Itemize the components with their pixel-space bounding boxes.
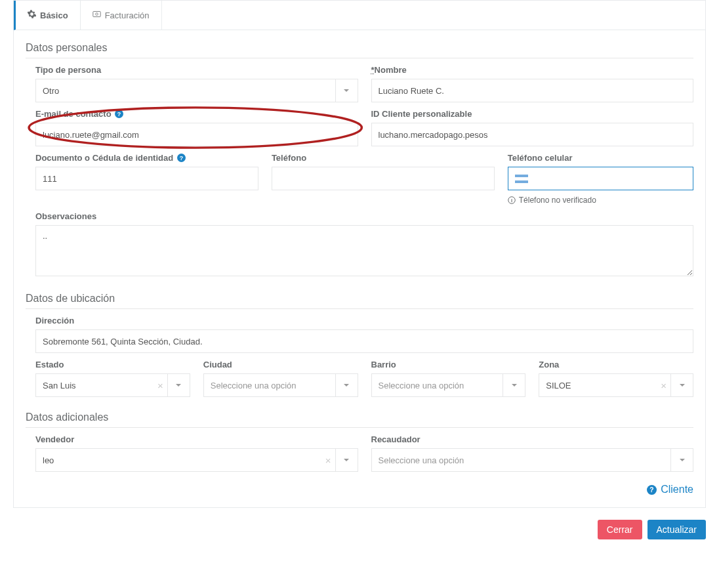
- observations-label: Observaciones: [35, 211, 693, 221]
- observations-textarea[interactable]: [35, 225, 693, 276]
- address-input[interactable]: [35, 329, 693, 353]
- footer-actions: Cerrar Actualizar: [0, 520, 719, 553]
- address-label: Dirección: [35, 316, 693, 326]
- svg-rect-0: [92, 11, 100, 16]
- name-input[interactable]: [371, 79, 694, 102]
- help-icon: ?: [647, 485, 657, 495]
- update-button[interactable]: Actualizar: [647, 520, 706, 539]
- section-additional-title: Datos adicionales: [26, 411, 693, 428]
- client-link[interactable]: ? Cliente: [26, 484, 693, 495]
- tab-billing-label: Facturación: [105, 10, 150, 20]
- person-type-value: Otro: [43, 86, 335, 96]
- state-label: Estado: [35, 360, 190, 369]
- chevron-down-icon: [167, 374, 190, 396]
- billing-icon: [92, 10, 101, 20]
- help-icon[interactable]: ?: [115, 110, 123, 118]
- client-id-input[interactable]: [371, 123, 694, 146]
- phone-label: Teléfono: [272, 153, 495, 163]
- zone-label: Zona: [539, 360, 693, 369]
- svg-text:i: i: [511, 198, 512, 203]
- collector-select[interactable]: Seleccione una opción: [371, 448, 694, 472]
- svg-text:?: ?: [180, 155, 183, 161]
- chevron-down-icon: [335, 79, 358, 102]
- tabs: Básico Facturación: [14, 1, 705, 30]
- seller-label: Vendedor: [35, 434, 358, 444]
- svg-text:?: ?: [650, 486, 654, 494]
- city-select[interactable]: Seleccione una opción: [203, 373, 358, 397]
- phone-status: i Télefono no verificado: [508, 196, 693, 205]
- chevron-down-icon: [503, 374, 525, 396]
- document-label: Documento o Cédula de identidad ?: [35, 153, 258, 163]
- tab-basic[interactable]: Básico: [16, 1, 81, 30]
- email-label: E-mail de contacto ?: [35, 109, 358, 119]
- cellphone-input-wrapper: [508, 167, 693, 190]
- clear-icon[interactable]: ×: [321, 455, 335, 466]
- collector-placeholder: Seleccione una opción: [379, 455, 671, 465]
- state-value: San Luis: [43, 381, 154, 390]
- city-placeholder: Seleccione una opción: [211, 381, 335, 390]
- gear-icon: [28, 10, 36, 20]
- email-input[interactable]: [35, 123, 358, 146]
- clear-icon[interactable]: ×: [657, 380, 670, 391]
- tab-basic-label: Básico: [40, 10, 68, 20]
- neighborhood-select[interactable]: Seleccione una opción: [371, 373, 526, 397]
- collector-label: Recaudador: [371, 434, 694, 444]
- info-icon: i: [508, 196, 516, 204]
- close-button[interactable]: Cerrar: [598, 520, 642, 539]
- client-id-label: ID Cliente personalizable: [371, 109, 694, 119]
- form-body: Datos personales Tipo de persona Otro *N…: [14, 30, 705, 507]
- flag-icon[interactable]: [515, 175, 528, 183]
- city-label: Ciudad: [203, 360, 358, 369]
- section-personal-title: Datos personales: [26, 42, 693, 58]
- svg-text:?: ?: [117, 111, 121, 117]
- document-input[interactable]: [35, 167, 258, 190]
- help-icon[interactable]: ?: [177, 154, 186, 162]
- cellphone-input[interactable]: [528, 167, 693, 190]
- seller-value: leo: [43, 455, 321, 465]
- section-location-title: Datos de ubicación: [26, 293, 693, 309]
- phone-input[interactable]: [272, 167, 495, 190]
- name-label: *Nombre: [371, 65, 694, 75]
- tab-billing[interactable]: Facturación: [81, 1, 162, 30]
- zone-value: SILOE: [546, 381, 657, 390]
- chevron-down-icon: [670, 374, 693, 396]
- form-panel: Básico Facturación Datos personales Tipo…: [13, 0, 706, 508]
- zone-select[interactable]: SILOE ×: [539, 373, 693, 397]
- neighborhood-placeholder: Seleccione una opción: [379, 381, 503, 390]
- clear-icon[interactable]: ×: [154, 380, 167, 391]
- person-type-label: Tipo de persona: [35, 65, 358, 75]
- cellphone-label: Teléfono celular: [508, 153, 693, 163]
- neighborhood-label: Barrio: [371, 360, 526, 369]
- person-type-select[interactable]: Otro: [35, 79, 358, 102]
- chevron-down-icon: [335, 374, 358, 396]
- chevron-down-icon: [335, 449, 358, 471]
- state-select[interactable]: San Luis ×: [35, 373, 190, 397]
- svg-point-1: [95, 13, 98, 16]
- chevron-down-icon: [670, 449, 693, 471]
- seller-select[interactable]: leo ×: [35, 448, 358, 472]
